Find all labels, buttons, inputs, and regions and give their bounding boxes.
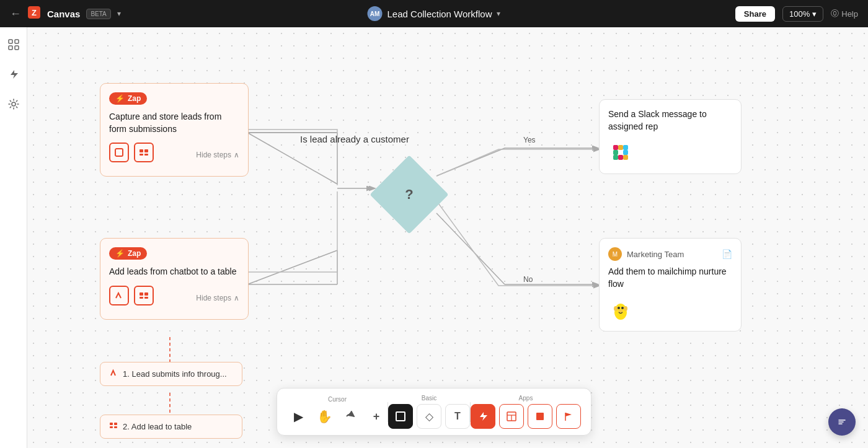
svg-rect-29	[140, 297, 143, 299]
hide-steps-label-2: Hide steps	[196, 294, 231, 302]
beta-badge: BETA	[86, 9, 110, 19]
svg-rect-37	[613, 155, 618, 160]
back-button[interactable]: ←	[10, 8, 21, 19]
hide-steps-label-1: Hide steps	[196, 151, 231, 159]
svg-rect-27	[140, 292, 143, 296]
square-app-tool[interactable]	[528, 404, 552, 429]
toolbar-basic-section: Basic ◇ T	[388, 395, 470, 429]
canvas-chevron[interactable]: ▾	[117, 9, 121, 18]
svg-rect-31	[110, 423, 113, 425]
canvas-area[interactable]: Is lead already a customer ? Yes No ⚡ Za…	[27, 27, 868, 448]
step-icon-1	[109, 369, 118, 379]
zap-icon-box-2b	[134, 286, 154, 305]
help-icon: ⓪	[831, 8, 839, 19]
svg-line-10	[247, 250, 337, 284]
zap-icon-box-1a	[109, 143, 129, 162]
add-tool[interactable]: +	[365, 405, 388, 428]
canvas-label: Canvas	[47, 9, 80, 19]
zap-badge-2: ⚡ Zap	[109, 247, 147, 260]
share-button[interactable]: Share	[735, 6, 775, 22]
connect-tool[interactable]	[339, 405, 361, 428]
hide-steps-2[interactable]: Hide steps ∧	[196, 294, 239, 302]
zoom-value: 100%	[789, 9, 810, 19]
result-card-mailchimp-header: M Marketing Team 📄	[608, 247, 732, 261]
diamond-label: ?	[372, 187, 446, 203]
result-card-mailchimp-title: Add them to mailchimp nurture flow	[608, 266, 732, 290]
step-2-label: 2. Add lead to table	[123, 422, 192, 431]
zap-card-2-title: Add leads from chatbot to a table	[109, 266, 239, 278]
sidebar-icon-settings[interactable]	[4, 94, 24, 114]
basic-section-label: Basic	[422, 395, 436, 402]
hide-steps-chevron-1: ∧	[234, 151, 239, 159]
step-item-1[interactable]: 1. Lead submits info throug...	[100, 362, 242, 386]
rect-tool[interactable]	[388, 404, 413, 429]
toolbar-cursor-section: Cursor ▶ ✋ +	[287, 396, 388, 428]
svg-point-47	[618, 310, 623, 313]
svg-point-46	[621, 307, 624, 309]
hand-tool[interactable]: ✋	[313, 405, 335, 428]
workflow-name[interactable]: Lead Collection Workflow	[388, 9, 492, 19]
diamond-tool[interactable]: ◇	[417, 404, 441, 429]
chat-fab[interactable]	[828, 408, 856, 436]
sidebar-icon-zap[interactable]	[4, 64, 24, 84]
svg-rect-35	[613, 145, 618, 150]
toolbar: Cursor ▶ ✋ + Basic ◇	[277, 388, 591, 436]
zap-icon-box-2a	[109, 286, 129, 305]
zap-card-1-icons	[109, 143, 154, 162]
svg-rect-34	[114, 426, 117, 428]
decision-diamond: ?	[372, 157, 446, 232]
zoom-control[interactable]: 100% ▾	[782, 6, 823, 22]
result-card-slack[interactable]: Send a Slack message to assigned rep	[599, 99, 742, 174]
sidebar	[0, 27, 27, 448]
svg-rect-2	[9, 40, 12, 43]
flag-app-tool[interactable]	[556, 404, 581, 429]
hide-steps-1[interactable]: Hide steps ∧	[196, 151, 239, 159]
svg-line-15	[436, 148, 505, 176]
zap-app-tool[interactable]	[471, 404, 495, 429]
zap-card-2[interactable]: ⚡ Zap Add leads from chatbot to a table	[100, 238, 249, 320]
svg-rect-28	[144, 292, 148, 296]
svg-rect-41	[613, 150, 618, 155]
marketing-team-name: Marketing Team	[627, 250, 684, 259]
result-card-slack-title: Send a Slack message to assigned rep	[608, 108, 732, 133]
mailchimp-icon	[608, 297, 633, 322]
topbar-right: Share 100% ▾ ⓪ Help	[735, 6, 858, 22]
zap-card-1[interactable]: ⚡ Zap Capture and store leads from form …	[100, 83, 249, 177]
topbar-center: AM Lead Collection Workflow ▾	[368, 6, 501, 21]
result-card-mailchimp[interactable]: M Marketing Team 📄 Add them to mailchimp…	[599, 238, 742, 332]
svg-rect-38	[623, 155, 628, 160]
app-logo: Z	[27, 6, 41, 22]
step-1-label: 1. Lead submits info throug...	[123, 369, 227, 379]
sidebar-icon-grid[interactable]	[4, 35, 24, 55]
svg-rect-3	[15, 40, 19, 43]
svg-point-48	[614, 306, 618, 311]
step-icon-2	[109, 421, 118, 432]
step-item-2[interactable]: 2. Add lead to table	[100, 415, 242, 439]
help-button[interactable]: ⓪ Help	[831, 8, 858, 19]
svg-rect-54	[536, 413, 544, 420]
svg-rect-4	[9, 46, 12, 50]
svg-rect-24	[144, 149, 148, 152]
zap-card-2-icons	[109, 286, 154, 305]
table-app-tool[interactable]	[499, 404, 524, 429]
svg-point-49	[624, 306, 627, 311]
marketing-team-avatar: M	[608, 247, 622, 261]
svg-rect-25	[140, 154, 143, 156]
workflow-caret[interactable]: ▾	[497, 9, 500, 18]
cursor-tool[interactable]: ▶	[287, 405, 309, 428]
slack-icon	[608, 140, 633, 165]
text-tool[interactable]: T	[445, 404, 470, 429]
zap-icon-box-1b	[134, 143, 154, 162]
zap-icon-1: ⚡	[115, 94, 125, 103]
cursor-section-label: Cursor	[328, 396, 347, 403]
svg-rect-36	[623, 145, 628, 150]
svg-rect-32	[114, 423, 117, 425]
zap-card-1-title: Capture and store leads from form submis…	[109, 111, 239, 135]
svg-rect-23	[140, 149, 143, 152]
apps-section-label: Apps	[519, 395, 533, 402]
svg-text:Z: Z	[32, 8, 37, 17]
yes-label: Yes	[523, 136, 536, 144]
zoom-chevron: ▾	[812, 9, 817, 19]
svg-rect-5	[15, 46, 19, 50]
zap-badge-label-1: Zap	[128, 94, 141, 103]
